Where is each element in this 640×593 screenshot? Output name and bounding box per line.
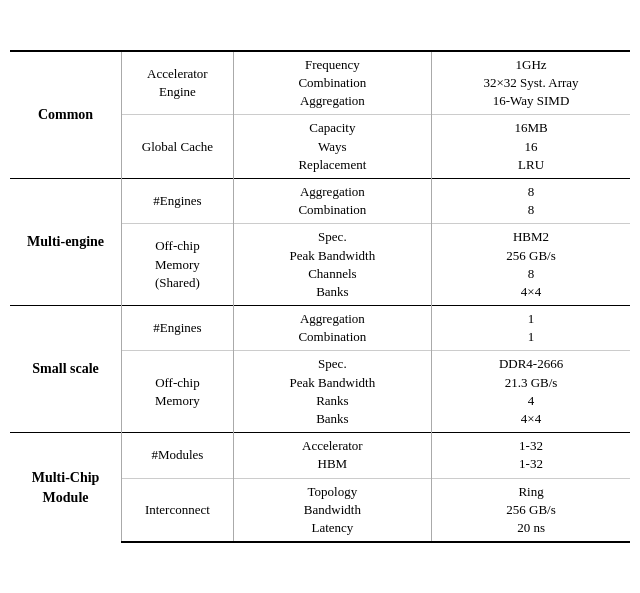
sub-label: Interconnect [122, 478, 234, 542]
sub-label: #Modules [122, 433, 234, 478]
table-wrapper: CommonAccelerator EngineFrequencyCombina… [10, 50, 630, 543]
group-label: Multi-Chip Module [10, 433, 122, 542]
sub-label: #Engines [122, 306, 234, 351]
sub-label: Off-chipMemory [122, 351, 234, 433]
attr-cell: TopologyBandwidthLatency [233, 478, 431, 542]
val-cell: 1GHz32×32 Syst. Array16-Way SIMD [432, 51, 630, 115]
val-cell: 16MB16LRU [432, 115, 630, 179]
group-label: Common [10, 51, 122, 179]
val-cell: 1-321-32 [432, 433, 630, 478]
attr-cell: AggregationCombination [233, 178, 431, 223]
attr-cell: AcceleratorHBM [233, 433, 431, 478]
val-cell: 11 [432, 306, 630, 351]
attr-cell: CapacityWaysReplacement [233, 115, 431, 179]
val-cell: HBM2256 GB/s84×4 [432, 224, 630, 306]
sub-label: Global Cache [122, 115, 234, 179]
group-label: Multi-engine [10, 178, 122, 305]
attr-cell: Spec.Peak BandwidthChannelsBanks [233, 224, 431, 306]
main-table: CommonAccelerator EngineFrequencyCombina… [10, 50, 630, 543]
attr-cell: AggregationCombination [233, 306, 431, 351]
val-cell: DDR4-266621.3 GB/s44×4 [432, 351, 630, 433]
attr-cell: Spec.Peak BandwidthRanksBanks [233, 351, 431, 433]
sub-label: Off-chipMemory(Shared) [122, 224, 234, 306]
attr-cell: FrequencyCombinationAggregation [233, 51, 431, 115]
val-cell: 88 [432, 178, 630, 223]
val-cell: Ring256 GB/s20 ns [432, 478, 630, 542]
group-label: Small scale [10, 306, 122, 433]
sub-label: Accelerator Engine [122, 51, 234, 115]
sub-label: #Engines [122, 178, 234, 223]
